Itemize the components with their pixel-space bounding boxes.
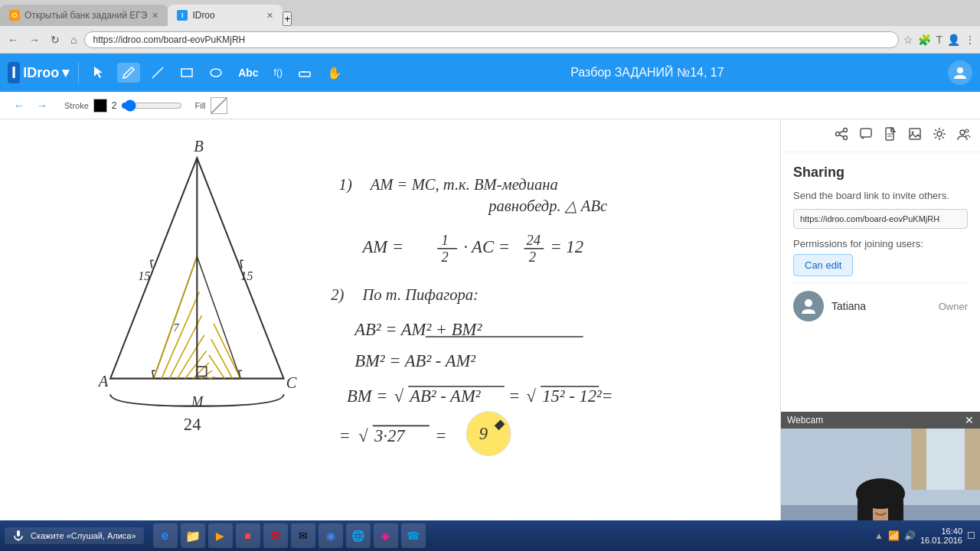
tab-favicon-idroo: I: [177, 10, 188, 21]
eraser-icon: [298, 66, 312, 80]
stroke-fill-bar: ← → Stroke 2 Fill: [0, 92, 980, 119]
stroke-size-slider[interactable]: [121, 99, 182, 112]
tab-ege[interactable]: О Открытый банк заданий ЕГЭ ✕: [0, 5, 168, 26]
redo-button[interactable]: →: [32, 98, 52, 113]
back-button[interactable]: ←: [5, 32, 21, 47]
user-name: Tatiana: [831, 300, 931, 312]
undo-button[interactable]: ←: [9, 98, 29, 113]
select-tool[interactable]: [88, 63, 111, 83]
ellipse-icon: [209, 66, 223, 80]
taskbar-media-icon[interactable]: ▶: [208, 523, 233, 548]
tab-idroo[interactable]: I IDroo ✕: [168, 5, 283, 26]
ellipse-tool[interactable]: [204, 63, 227, 83]
whiteboard-canvas[interactable]: B A C M 15 15 7 24: [0, 119, 781, 551]
board-link-input[interactable]: [793, 209, 968, 229]
user-list-button[interactable]: [954, 124, 974, 147]
sharing-description: Send the board link to invite others.: [793, 190, 968, 201]
formula-tool[interactable]: f(): [270, 64, 287, 81]
taskbar-clock[interactable]: 16:40 16.01.2016: [920, 527, 962, 545]
taskbar: Скажите «Слушай, Алиса» e 📁 ▶ ■ Я ✉ ◉ 🌐 …: [0, 520, 980, 551]
svg-text:2): 2): [331, 286, 344, 304]
svg-line-1: [152, 67, 163, 78]
share-button[interactable]: [831, 124, 851, 147]
taskbar-ie-icon[interactable]: e: [153, 523, 178, 548]
pen-icon: [122, 66, 136, 80]
tray-notification-icon[interactable]: ☐: [967, 530, 975, 541]
text-tool[interactable]: Abc: [234, 64, 263, 82]
share-icon: [835, 127, 848, 141]
eraser-tool[interactable]: [293, 63, 316, 83]
extension-icon[interactable]: 🧩: [918, 34, 931, 46]
svg-point-97: [884, 499, 890, 507]
home-button[interactable]: ⌂: [67, 32, 80, 47]
translate-icon[interactable]: T: [936, 34, 942, 46]
avatar-icon: [799, 297, 818, 315]
taskbar-skype-icon[interactable]: ☎: [401, 523, 426, 548]
svg-text:AM =: AM =: [361, 237, 403, 256]
hand-tool[interactable]: ✋: [322, 63, 347, 83]
file-button[interactable]: [880, 124, 900, 147]
start-area[interactable]: Скажите «Слушай, Алиса»: [5, 527, 144, 544]
rect-tool[interactable]: [175, 63, 198, 83]
tray-chevron[interactable]: ▲: [874, 530, 884, 541]
can-edit-button[interactable]: Can edit: [793, 254, 853, 276]
taskbar-yandex-icon[interactable]: Я: [263, 523, 288, 548]
svg-text:=: =: [508, 386, 520, 406]
svg-point-73: [836, 132, 840, 136]
fill-color-box[interactable]: [211, 97, 227, 114]
taskbar-pink-icon[interactable]: ◆: [374, 523, 398, 548]
svg-text:=: =: [601, 386, 612, 406]
image-button[interactable]: [905, 124, 925, 147]
chat-button[interactable]: [856, 124, 876, 147]
svg-text:C: C: [286, 374, 297, 391]
svg-rect-80: [910, 129, 920, 139]
idroo-logo[interactable]: I IDroo ▾: [8, 62, 69, 83]
svg-point-84: [965, 129, 969, 132]
tab-label-idroo: IDroo: [192, 10, 214, 21]
user-icon: [952, 65, 968, 80]
main-area: B A C M 15 15 7 24: [0, 119, 980, 551]
new-tab-button[interactable]: +: [283, 11, 292, 26]
svg-rect-76: [861, 129, 871, 137]
close-tab-ege[interactable]: ✕: [152, 11, 158, 21]
webcam-label: Webcam: [787, 415, 823, 425]
line-tool[interactable]: [146, 63, 169, 83]
svg-line-31: [151, 260, 152, 268]
taskbar-chrome-icon[interactable]: 🌐: [346, 523, 371, 548]
svg-point-5: [957, 67, 963, 73]
webcam-header: Webcam ✕: [781, 412, 980, 429]
user-avatar-button[interactable]: [948, 60, 972, 85]
pen-tool[interactable]: [117, 63, 140, 83]
svg-line-29: [239, 370, 240, 378]
hand-icon: ✋: [327, 66, 342, 80]
close-tab-idroo[interactable]: ✕: [266, 11, 273, 21]
forward-button[interactable]: →: [26, 32, 43, 47]
svg-rect-90: [965, 429, 980, 490]
stroke-color-box[interactable]: [93, 99, 107, 112]
nav-icons: ☆ 🧩 T 👤 ⋮: [903, 34, 975, 46]
svg-text:B: B: [194, 138, 204, 155]
taskbar-mail-icon[interactable]: ✉: [291, 523, 315, 548]
menu-icon[interactable]: ⋮: [965, 34, 975, 46]
taskbar-apps: e 📁 ▶ ■ Я ✉ ◉ 🌐 ◆ ☎: [153, 523, 426, 548]
refresh-button[interactable]: ↻: [47, 32, 63, 47]
undo-redo-group: ← →: [9, 98, 52, 113]
user-profile-icon[interactable]: 👤: [947, 34, 960, 46]
svg-text:BM =: BM =: [347, 386, 388, 406]
user-role: Owner: [939, 301, 968, 312]
svg-text:15² - 12²: 15² - 12²: [542, 386, 603, 406]
taskbar-app5-icon[interactable]: ■: [236, 523, 260, 548]
cursor-icon: [93, 66, 106, 80]
settings-button[interactable]: [929, 124, 949, 147]
line-icon: [151, 66, 165, 80]
svg-text:15: 15: [138, 269, 150, 283]
svg-rect-2: [181, 69, 192, 77]
taskbar-browser2-icon[interactable]: ◉: [318, 523, 343, 548]
svg-text:√: √: [527, 386, 537, 406]
tray-sound-icon: 🔊: [904, 530, 916, 541]
webcam-close-button[interactable]: ✕: [965, 414, 974, 426]
taskbar-explorer-icon[interactable]: 📁: [181, 523, 205, 548]
bookmark-icon[interactable]: ☆: [903, 34, 913, 46]
address-bar[interactable]: [84, 31, 899, 48]
svg-point-82: [937, 132, 942, 136]
